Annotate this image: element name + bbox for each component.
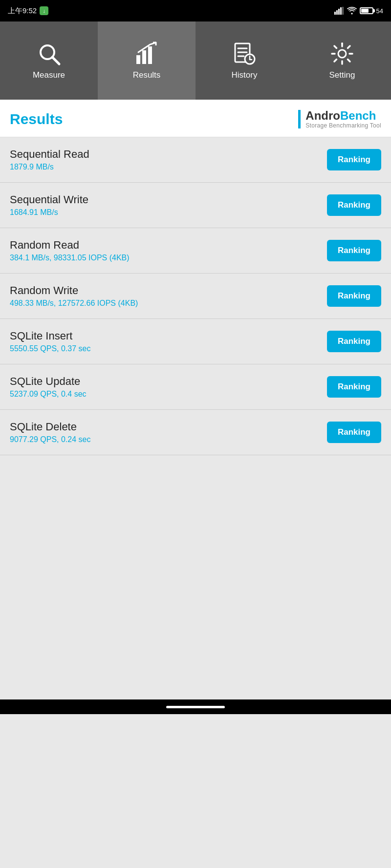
svg-line-6 (52, 57, 59, 64)
measure-icon (36, 41, 62, 66)
setting-icon (329, 41, 355, 66)
result-name: SQLite Delete (10, 421, 327, 433)
svg-rect-9 (148, 46, 152, 64)
tab-setting[interactable]: Setting (293, 21, 391, 100)
svg-rect-7 (136, 55, 140, 64)
svg-line-26 (348, 46, 350, 48)
ranking-button-random-read[interactable]: Ranking (327, 240, 381, 261)
svg-line-24 (334, 46, 337, 48)
results-icon (134, 41, 159, 66)
result-name: SQLite Update (10, 375, 327, 388)
result-value: 1879.9 MB/s (10, 163, 327, 171)
download-icon: ↓ (40, 6, 48, 15)
result-name: Random Write (10, 284, 327, 297)
ranking-button-sqlite-update[interactable]: Ranking (327, 376, 381, 398)
result-info: Sequential Write 1684.91 MB/s (10, 193, 327, 217)
ranking-button-random-write[interactable]: Ranking (327, 285, 381, 307)
svg-line-25 (348, 60, 350, 62)
svg-line-27 (334, 60, 337, 62)
result-info: Random Write 498.33 MB/s, 127572.66 IOPS… (10, 284, 327, 308)
nav-tabs: Measure Results (0, 21, 391, 100)
history-icon (232, 41, 257, 66)
page-title: Results (10, 111, 63, 127)
logo-text: AndroBench Storage Benchmarking Tool (305, 109, 381, 129)
logo-bar (298, 110, 301, 128)
result-info: SQLite Delete 9077.29 QPS, 0.24 sec (10, 421, 327, 444)
svg-rect-8 (142, 50, 146, 64)
brand-sub: Storage Benchmarking Tool (305, 122, 381, 129)
battery-percent: 54 (376, 7, 383, 15)
battery-icon (360, 7, 373, 14)
result-info: SQLite Update 5237.09 QPS, 0.4 sec (10, 375, 327, 399)
result-item-sequential-read: Sequential Read 1879.9 MB/s Ranking (0, 137, 391, 183)
status-bar: 上午9:52 ↓ 54 (0, 0, 391, 21)
result-info: Sequential Read 1879.9 MB/s (10, 148, 327, 171)
tab-history-label: History (232, 70, 258, 80)
result-value: 384.1 MB/s, 98331.05 IOPS (4KB) (10, 254, 327, 262)
brand-name: AndroBench (305, 109, 381, 122)
tab-measure[interactable]: Measure (0, 21, 98, 100)
ranking-button-sequential-read[interactable]: Ranking (327, 149, 381, 170)
result-item-sqlite-update: SQLite Update 5237.09 QPS, 0.4 sec Ranki… (0, 364, 391, 410)
result-name: Sequential Write (10, 193, 327, 206)
result-item-sqlite-delete: SQLite Delete 9077.29 QPS, 0.24 sec Rank… (0, 410, 391, 455)
status-right: 54 (334, 7, 383, 15)
result-value: 1684.91 MB/s (10, 208, 327, 217)
results-list: Sequential Read 1879.9 MB/s Ranking Sequ… (0, 137, 391, 455)
result-name: Sequential Read (10, 148, 327, 161)
result-info: SQLite Insert 5550.55 QPS, 0.37 sec (10, 330, 327, 353)
tab-results-label: Results (133, 70, 161, 80)
result-item-sqlite-insert: SQLite Insert 5550.55 QPS, 0.37 sec Rank… (0, 319, 391, 364)
wifi-icon (347, 7, 357, 15)
svg-rect-3 (340, 7, 342, 15)
ranking-button-sequential-write[interactable]: Ranking (327, 194, 381, 216)
signal-icon (334, 7, 344, 15)
result-name: Random Read (10, 239, 327, 252)
tab-setting-label: Setting (329, 70, 355, 80)
bottom-area (0, 455, 391, 699)
result-item-random-read: Random Read 384.1 MB/s, 98331.05 IOPS (4… (0, 228, 391, 274)
tab-measure-label: Measure (33, 70, 65, 80)
bottom-nav-bar (0, 699, 391, 714)
nav-indicator (166, 706, 225, 708)
result-value: 9077.29 QPS, 0.24 sec (10, 435, 327, 444)
tab-results[interactable]: Results (98, 21, 196, 100)
status-left: 上午9:52 ↓ (8, 6, 48, 16)
brand-logo: AndroBench Storage Benchmarking Tool (298, 109, 381, 129)
time-display: 上午9:52 (8, 6, 37, 16)
result-info: Random Read 384.1 MB/s, 98331.05 IOPS (4… (10, 239, 327, 262)
result-item-sequential-write: Sequential Write 1684.91 MB/s Ranking (0, 183, 391, 228)
ranking-button-sqlite-delete[interactable]: Ranking (327, 422, 381, 443)
svg-point-19 (338, 50, 346, 58)
ranking-button-sqlite-insert[interactable]: Ranking (327, 331, 381, 352)
result-value: 5237.09 QPS, 0.4 sec (10, 390, 327, 399)
result-value: 498.33 MB/s, 127572.66 IOPS (4KB) (10, 299, 327, 308)
svg-rect-4 (342, 7, 344, 15)
result-value: 5550.55 QPS, 0.37 sec (10, 344, 327, 353)
result-item-random-write: Random Write 498.33 MB/s, 127572.66 IOPS… (0, 274, 391, 319)
svg-rect-0 (334, 12, 336, 15)
svg-rect-1 (336, 10, 338, 15)
result-name: SQLite Insert (10, 330, 327, 342)
svg-rect-2 (338, 9, 340, 15)
page-header: Results AndroBench Storage Benchmarking … (0, 100, 391, 137)
tab-history[interactable]: History (196, 21, 293, 100)
